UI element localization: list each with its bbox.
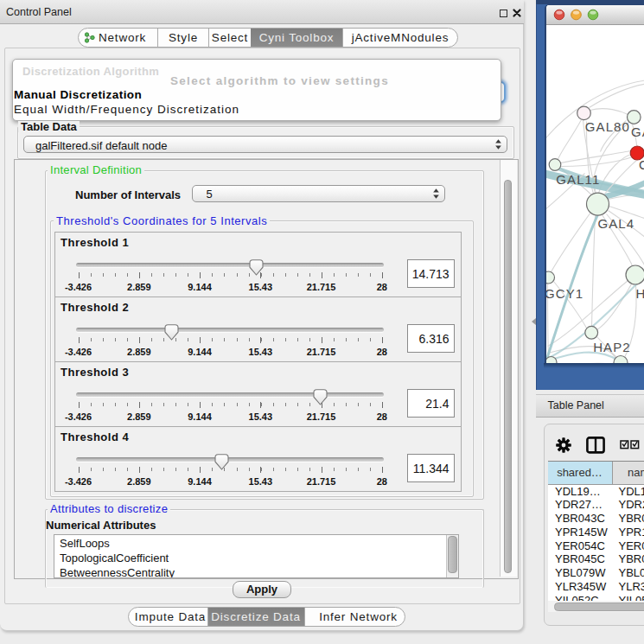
svg-text:HAP2: HAP2 bbox=[593, 340, 631, 354]
svg-text:GAL11: GAL11 bbox=[556, 172, 600, 187]
svg-text:GCY1: GCY1 bbox=[546, 286, 583, 301]
svg-text:GAL4: GAL4 bbox=[631, 124, 644, 138]
svg-text:HIS7: HIS7 bbox=[635, 286, 644, 301]
svg-text:GAL80: GAL80 bbox=[584, 118, 629, 133]
svg-text:GAL4: GAL4 bbox=[597, 215, 634, 230]
svg-text:C: C bbox=[639, 156, 644, 171]
